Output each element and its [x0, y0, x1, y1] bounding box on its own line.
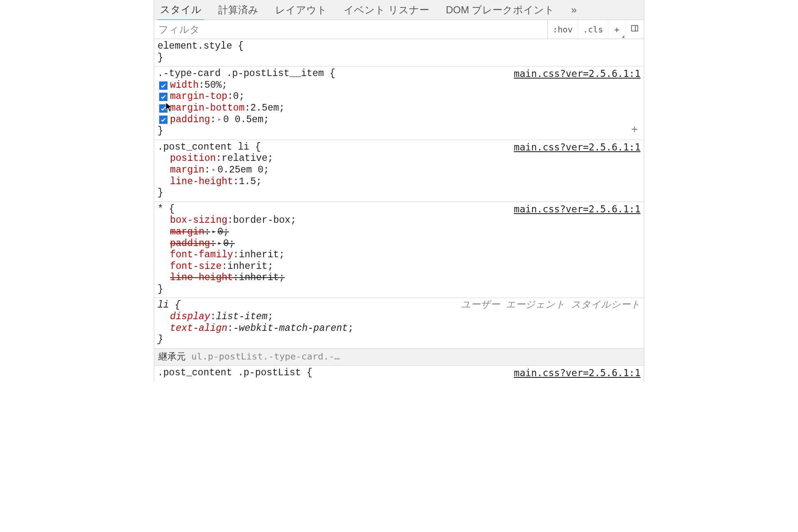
- rules-list: element.style { } main.css?ver=2.5.6.1:1…: [154, 39, 644, 382]
- panel-right-icon: [631, 24, 639, 34]
- expand-shorthand-icon[interactable]: ▸: [212, 166, 216, 174]
- tab-styles[interactable]: スタイル: [158, 0, 204, 21]
- css-value[interactable]: 1.5: [239, 176, 256, 188]
- declaration-overridden[interactable]: margin:▸0;: [158, 227, 640, 238]
- declaration[interactable]: margin-top: 0;: [158, 91, 640, 103]
- toggle-computed-panel-button[interactable]: [626, 20, 644, 39]
- rule-post-content-postlist[interactable]: main.css?ver=2.5.6.1:1 .post_content .p-…: [154, 366, 644, 382]
- declaration[interactable]: margin:▸0.25em 0;: [158, 165, 640, 176]
- tab-layout[interactable]: レイアウト: [273, 0, 330, 20]
- css-value[interactable]: 0: [217, 227, 223, 238]
- css-value[interactable]: 50%: [204, 80, 222, 91]
- rule-element-style[interactable]: element.style { }: [154, 39, 644, 66]
- styles-panel: スタイル 計算済み レイアウト イベント リスナー DOM ブレークポイント »…: [154, 0, 644, 382]
- css-property[interactable]: padding: [170, 114, 210, 126]
- css-value[interactable]: relative: [222, 153, 267, 165]
- selector[interactable]: .-type-card .p-postList__item: [158, 68, 324, 79]
- rule-post-content-li[interactable]: main.css?ver=2.5.6.1:1 .post_content li …: [154, 140, 644, 202]
- css-property[interactable]: font-size: [170, 261, 222, 273]
- inherited-from-header: 継承元 ul.p-postList.-type-card.-…: [154, 349, 644, 366]
- filter-input[interactable]: [154, 20, 548, 39]
- new-style-rule-button[interactable]: +: [608, 20, 626, 39]
- property-toggle-checkbox[interactable]: [159, 93, 167, 101]
- tab-dom-breakpoints[interactable]: DOM ブレークポイント: [443, 0, 557, 20]
- declaration-overridden[interactable]: padding:▸0;: [158, 238, 640, 250]
- selector[interactable]: element.style: [158, 41, 232, 52]
- expand-shorthand-icon[interactable]: ▸: [212, 228, 216, 236]
- css-value[interactable]: inherit: [239, 272, 279, 284]
- source-link[interactable]: main.css?ver=2.5.6.1:1: [514, 367, 640, 379]
- declaration[interactable]: position: relative;: [158, 153, 640, 165]
- css-value[interactable]: 0.25em 0: [217, 165, 263, 176]
- css-property[interactable]: padding: [170, 238, 210, 250]
- css-property[interactable]: box-sizing: [170, 215, 227, 227]
- source-link[interactable]: main.css?ver=2.5.6.1:1: [514, 142, 640, 153]
- property-toggle-checkbox[interactable]: [159, 116, 167, 124]
- tabs-overflow[interactable]: »: [569, 1, 579, 19]
- css-value[interactable]: 2.5em: [250, 103, 279, 114]
- css-value[interactable]: 0 0.5em: [223, 114, 264, 126]
- css-property[interactable]: font-family: [170, 249, 233, 261]
- selector[interactable]: *: [158, 204, 163, 214]
- declaration[interactable]: width: 50%;: [158, 80, 640, 91]
- css-value[interactable]: inherit: [239, 249, 279, 261]
- selector[interactable]: .post_content li: [158, 142, 249, 153]
- cls-button[interactable]: .cls: [578, 20, 608, 39]
- source-link[interactable]: main.css?ver=2.5.6.1:1: [514, 204, 640, 215]
- inherited-label: 継承元: [158, 352, 186, 362]
- css-property[interactable]: margin: [170, 227, 204, 238]
- css-property[interactable]: position: [170, 153, 216, 165]
- source-link[interactable]: main.css?ver=2.5.6.1:1: [514, 68, 640, 80]
- declaration[interactable]: box-sizing: border-box;: [158, 215, 640, 227]
- css-property[interactable]: margin-bottom: [170, 103, 244, 114]
- expand-shorthand-icon[interactable]: ▸: [217, 116, 222, 124]
- hov-button[interactable]: :hov: [548, 20, 578, 39]
- devtools-tabs: スタイル 計算済み レイアウト イベント リスナー DOM ブレークポイント »: [154, 0, 644, 20]
- css-property[interactable]: line-height: [170, 272, 233, 284]
- css-value[interactable]: 0: [233, 91, 239, 103]
- declaration[interactable]: display: list-item;: [158, 311, 640, 323]
- styles-toolbar: :hov .cls +: [154, 20, 644, 39]
- declaration[interactable]: line-height: 1.5;: [158, 176, 640, 188]
- selector[interactable]: li: [158, 300, 169, 310]
- property-toggle-checkbox[interactable]: [159, 81, 167, 90]
- css-property[interactable]: display: [170, 311, 210, 323]
- rule-li-ua[interactable]: ユーザー エージェント スタイルシート li { display: list-i…: [154, 298, 644, 348]
- rule-type-card[interactable]: main.css?ver=2.5.6.1:1 .-type-card .p-po…: [154, 66, 644, 140]
- expand-shorthand-icon[interactable]: ▸: [217, 240, 222, 248]
- property-toggle-checkbox[interactable]: [159, 104, 167, 113]
- rule-universal[interactable]: main.css?ver=2.5.6.1:1 * { box-sizing: b…: [154, 202, 644, 298]
- declaration-overridden[interactable]: line-height: inherit;: [158, 272, 640, 284]
- declaration[interactable]: font-size: inherit;: [158, 261, 640, 273]
- plus-icon: +: [614, 25, 619, 34]
- css-value[interactable]: 0: [223, 238, 229, 250]
- css-property[interactable]: margin: [170, 165, 204, 176]
- svg-rect-0: [632, 25, 638, 31]
- css-property[interactable]: text-align: [170, 323, 227, 335]
- add-declaration-button[interactable]: +: [631, 123, 638, 137]
- declaration[interactable]: font-family: inherit;: [158, 249, 640, 261]
- selector[interactable]: .post_content .p-postList: [158, 367, 301, 378]
- ua-stylesheet-label: ユーザー エージェント スタイルシート: [461, 300, 640, 311]
- css-property[interactable]: margin-top: [170, 91, 227, 103]
- css-value[interactable]: border-box: [233, 215, 291, 227]
- declaration[interactable]: margin-bottom: 2.5em;: [158, 103, 640, 114]
- tab-event-listeners[interactable]: イベント リスナー: [341, 0, 432, 20]
- tab-computed[interactable]: 計算済み: [216, 0, 261, 20]
- declaration[interactable]: text-align: -webkit-match-parent;: [158, 323, 640, 335]
- inherited-selector[interactable]: ul.p-postList.-type-card.-…: [191, 351, 340, 362]
- declaration[interactable]: padding:▸0 0.5em;: [158, 114, 640, 126]
- css-property[interactable]: width: [170, 80, 199, 91]
- css-value[interactable]: list-item: [216, 311, 267, 323]
- css-value[interactable]: -webkit-match-parent: [233, 323, 348, 335]
- css-property[interactable]: line-height: [170, 176, 233, 188]
- css-value[interactable]: inherit: [227, 261, 268, 273]
